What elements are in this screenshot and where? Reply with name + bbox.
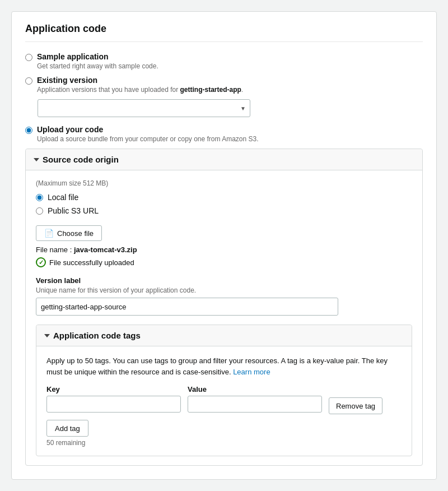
existing-version-select-wrapper[interactable]	[38, 99, 250, 117]
upload-success-row: ✓ File successfully uploaded	[36, 257, 412, 267]
page-title: Application code	[25, 23, 423, 42]
tag-action-column: Remove tag	[329, 385, 390, 414]
version-label-input[interactable]	[36, 298, 338, 316]
tag-value-label: Value	[188, 385, 322, 393]
source-code-origin-panel: Source code origin (Maximum size 512 MB)…	[25, 149, 423, 466]
tag-key-label: Key	[46, 385, 181, 393]
source-code-panel-header: Source code origin	[26, 149, 422, 170]
source-code-panel-body: (Maximum size 512 MB) Local file Public …	[26, 170, 422, 465]
tags-columns: Key Value Remove tag	[46, 385, 402, 414]
local-file-label: Local file	[48, 193, 78, 202]
tag-key-input[interactable]	[46, 396, 181, 413]
choose-file-button[interactable]: 📄 Choose file	[36, 225, 102, 241]
public-s3-label: Public S3 URL	[48, 206, 99, 215]
existing-version-option[interactable]: Existing version Application versions th…	[25, 76, 423, 94]
sample-application-option[interactable]: Sample application Get started right awa…	[25, 52, 423, 70]
public-s3-radio[interactable]	[36, 207, 43, 215]
tag-value-input[interactable]	[188, 396, 322, 413]
existing-version-dropdown-wrapper	[38, 99, 423, 117]
local-file-radio[interactable]	[36, 194, 43, 201]
version-label-section: Version label Unique name for this versi…	[36, 276, 412, 316]
file-name-prefix: File name :	[36, 246, 72, 254]
tags-description: Apply up to 50 tags. You can use tags to…	[46, 355, 402, 377]
public-s3-row[interactable]: Public S3 URL	[36, 206, 412, 215]
source-code-panel-title: Source code origin	[43, 155, 119, 164]
tag-value-column: Value	[188, 385, 322, 413]
upload-icon: 📄	[44, 229, 54, 238]
tags-panel-header: Application code tags	[36, 325, 412, 346]
sample-application-radio[interactable]	[25, 54, 32, 61]
remaining-note: 50 remaining	[46, 439, 402, 447]
app-code-tags-panel: Application code tags Apply up to 50 tag…	[36, 325, 412, 456]
upload-code-radio[interactable]	[25, 127, 32, 134]
tags-panel-title: Application code tags	[53, 331, 141, 340]
remove-tag-button[interactable]: Remove tag	[329, 397, 382, 414]
sample-application-label: Sample application	[37, 52, 109, 61]
max-size-note: (Maximum size 512 MB)	[36, 179, 412, 187]
file-name-row: File name : java-tomcat-v3.zip	[36, 246, 412, 254]
existing-version-label: Existing version	[37, 76, 97, 85]
upload-success-message: File successfully uploaded	[49, 258, 134, 267]
tags-panel-body: Apply up to 50 tags. You can use tags to…	[36, 346, 412, 456]
upload-code-description: Upload a source bundle from your compute…	[37, 135, 259, 143]
upload-code-option[interactable]: Upload your code Upload a source bundle …	[25, 125, 423, 143]
tag-key-column: Key	[46, 385, 181, 413]
tags-panel-chevron-icon	[44, 334, 50, 337]
learn-more-link[interactable]: Learn more	[233, 368, 270, 376]
source-code-chevron-icon	[34, 158, 39, 161]
version-label-sublabel: Unique name for this version of your app…	[36, 286, 412, 294]
sample-application-description: Get started right away with sample code.	[37, 62, 158, 70]
local-file-row[interactable]: Local file	[36, 193, 412, 202]
upload-code-label: Upload your code	[37, 125, 103, 134]
page-container: Application code Sample application Get …	[11, 11, 437, 480]
version-label-field-label: Version label	[36, 276, 412, 285]
choose-file-label: Choose file	[57, 229, 94, 238]
success-icon: ✓	[36, 257, 46, 267]
file-name-value: java-tomcat-v3.zip	[74, 246, 137, 254]
existing-version-select[interactable]	[38, 99, 250, 117]
add-tag-button[interactable]: Add tag	[46, 420, 88, 437]
existing-version-description: Application versions that you have uploa…	[37, 86, 243, 94]
existing-version-radio[interactable]	[25, 77, 32, 85]
